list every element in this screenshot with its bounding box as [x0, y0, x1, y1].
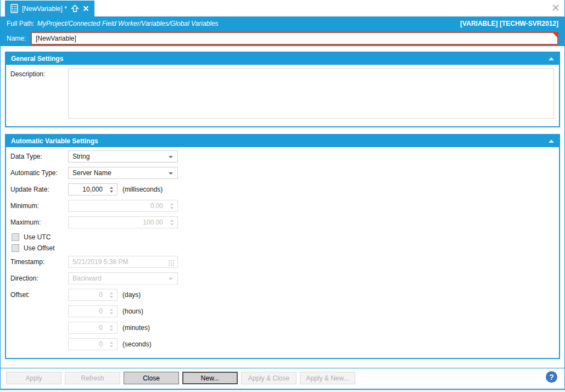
maximum-input	[69, 217, 177, 228]
general-settings-panel: General Settings Description:	[5, 52, 560, 127]
offset-seconds-stepper	[68, 338, 118, 350]
use-offset-checkbox-row[interactable]: Use Offset	[12, 244, 554, 253]
tab-title: [NewVariable] *	[22, 5, 67, 13]
tab-close-icon[interactable]	[83, 5, 89, 12]
help-icon[interactable]: ?	[546, 371, 557, 383]
apply-button: Apply	[6, 372, 61, 384]
automatic-type-label: Automatic Type:	[10, 169, 68, 177]
spinner-icon	[110, 289, 113, 300]
automatic-type-value: Server Name	[72, 169, 111, 177]
spinner-icon[interactable]	[110, 184, 113, 195]
direction-value: Backward	[72, 275, 102, 282]
footer-bar: Apply Refresh Close New... Apply & Close…	[1, 368, 564, 388]
offset-days-stepper	[68, 289, 118, 301]
collapse-icon[interactable]	[549, 57, 554, 60]
collapse-icon[interactable]	[549, 139, 554, 143]
automatic-settings-panel: Automatic Variable Settings Data Type: S…	[5, 134, 560, 359]
datetime-picker-icon	[169, 260, 174, 267]
name-label: Name:	[7, 35, 31, 42]
maximum-label: Maximum:	[10, 219, 68, 226]
dropdown-arrow-icon	[169, 156, 173, 158]
spinner-icon	[170, 217, 174, 228]
offset-minutes-stepper	[68, 322, 118, 334]
close-button[interactable]: Close	[124, 372, 179, 384]
general-settings-header[interactable]: General Settings	[6, 53, 559, 65]
data-type-label: Data Type:	[10, 153, 68, 160]
timestamp-label: Timestamp:	[10, 258, 68, 266]
apply-and-new-button: Apply & New...	[300, 372, 355, 384]
name-input[interactable]	[31, 32, 558, 45]
spinner-icon	[110, 306, 113, 317]
automatic-settings-title: Automatic Variable Settings	[11, 137, 98, 145]
timestamp-picker	[68, 256, 178, 268]
automatic-type-dropdown[interactable]: Server Name	[68, 167, 178, 179]
validation-flag-icon	[553, 33, 557, 37]
minimum-label: Minimum:	[10, 202, 68, 210]
spinner-icon	[110, 322, 113, 333]
new-button[interactable]: New...	[182, 372, 238, 384]
offset-days-suffix: (days)	[122, 291, 141, 299]
automatic-settings-header[interactable]: Automatic Variable Settings	[6, 135, 559, 147]
maximum-stepper	[68, 216, 178, 228]
window-close-icon[interactable]	[552, 4, 560, 12]
timestamp-input	[69, 256, 177, 267]
offset-hours-stepper	[68, 305, 118, 317]
update-rate-stepper[interactable]	[68, 183, 118, 195]
direction-dropdown: Backward	[68, 272, 178, 284]
full-path-value: MyProject/Connected Field Worker/Variabl…	[37, 20, 219, 27]
use-offset-checkbox[interactable]	[12, 244, 19, 252]
offset-seconds-suffix: (seconds)	[122, 340, 152, 348]
spinner-icon	[170, 200, 174, 211]
update-rate-label: Update Rate:	[10, 186, 68, 193]
context-badge: [VARIABLE] [TECHW-SVR2012]	[460, 20, 558, 27]
use-utc-checkbox[interactable]	[12, 233, 19, 241]
full-path-bar: Full Path: MyProject/Connected Field Wor…	[1, 16, 564, 31]
variable-editor-window: [NewVariable] * Full Path: MyProject/Con…	[0, 0, 565, 390]
tab-document-icon	[10, 4, 18, 13]
full-path-label: Full Path:	[7, 20, 35, 27]
automatic-settings-body: Data Type: String Automatic Type: Server…	[6, 147, 559, 358]
general-settings-body: Description:	[6, 65, 559, 126]
tab-strip: [NewVariable] *	[1, 0, 564, 16]
minimum-input	[69, 200, 177, 211]
spinner-icon	[110, 339, 113, 350]
offset-hours-suffix: (hours)	[122, 307, 143, 315]
name-field-wrap	[31, 32, 558, 45]
offset-minutes-suffix: (minutes)	[122, 324, 150, 332]
apply-and-close-button: Apply & Close	[241, 372, 297, 384]
update-rate-suffix: (milliseconds)	[122, 186, 163, 193]
dropdown-arrow-icon	[169, 172, 173, 175]
dropdown-arrow-icon	[169, 278, 173, 280]
general-settings-title: General Settings	[11, 55, 63, 63]
content-area: General Settings Description: Automatic …	[1, 52, 564, 359]
tab-newvariable[interactable]: [NewVariable] *	[5, 1, 94, 16]
data-type-dropdown[interactable]: String	[68, 150, 178, 163]
data-type-value: String	[72, 153, 89, 160]
name-row: Name:	[1, 31, 564, 46]
description-label: Description:	[10, 68, 68, 119]
use-utc-checkbox-row[interactable]: Use UTC	[12, 233, 554, 242]
use-offset-label: Use Offset	[24, 244, 54, 252]
offset-label: Offset:	[10, 291, 68, 299]
use-utc-label: Use UTC	[24, 233, 51, 241]
refresh-button: Refresh	[65, 372, 120, 384]
description-textarea[interactable]	[68, 68, 554, 119]
direction-label: Direction:	[10, 275, 68, 282]
minimum-stepper	[68, 200, 178, 212]
promote-icon[interactable]	[71, 4, 79, 13]
